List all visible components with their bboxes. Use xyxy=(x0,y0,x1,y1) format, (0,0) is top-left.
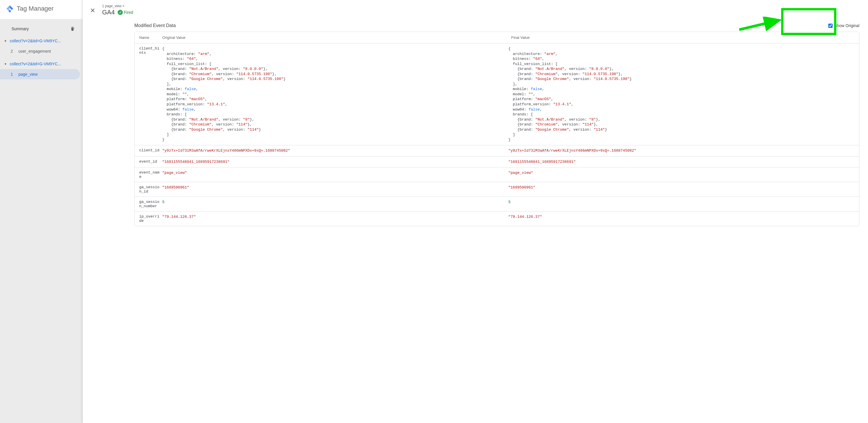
row-original-value: { architecture: "arm", bitness: "64", fu… xyxy=(162,46,508,142)
row-original-value: "79.144.126.37" xyxy=(162,214,508,223)
row-final-value: "y9zTx+Id73lM3aAfA/rweKrXLEjnsY486mNPXDx… xyxy=(508,148,855,153)
row-original-value: "1681155546041_16895917238691" xyxy=(162,159,508,164)
section-title: Modified Event Data xyxy=(134,23,176,28)
row-name: ip_override xyxy=(139,214,162,223)
tree-item[interactable]: 2user_engagement xyxy=(0,46,80,56)
col-header-original: Original Value xyxy=(162,35,512,40)
row-original-value: "y9zTx+Id73lM3aAfA/rweKrXLEjnsY486mNPXDx… xyxy=(162,148,508,153)
group-label: collect?v=2&tid=G-VM9YC... xyxy=(10,38,61,43)
row-final-value: "1681155546041_16895917238691" xyxy=(508,159,855,164)
item-label: page_view xyxy=(19,72,38,77)
gtm-logo-icon xyxy=(6,5,14,13)
summary-label: Summary xyxy=(11,27,29,31)
status-badge: ✓ Fired xyxy=(118,10,133,15)
tree-group-header[interactable]: ▼collect?v=2&tid=G-VM9YC... xyxy=(0,36,82,46)
row-name: event_id xyxy=(139,159,162,164)
table-row: ga_session_number55 xyxy=(134,197,859,212)
row-original-value: 5 xyxy=(162,200,508,208)
row-name: ga_session_id xyxy=(139,185,162,194)
row-final-value: 5 xyxy=(508,200,855,208)
tree-group-header[interactable]: ▼collect?v=2&tid=G-VM9YC... xyxy=(0,59,82,69)
event-data-table: Name Original Value Final Value client_h… xyxy=(134,32,859,226)
table-row: client_id"y9zTx+Id73lM3aAfA/rweKrXLEjnsY… xyxy=(134,145,859,156)
table-header: Name Original Value Final Value xyxy=(134,32,859,43)
app-header: Tag Manager xyxy=(0,0,82,17)
table-row: client_hints{ architecture: "arm", bitne… xyxy=(134,43,859,145)
summary-item[interactable]: Summary xyxy=(0,23,82,34)
caret-down-icon: ▼ xyxy=(4,62,7,66)
row-name: ga_session_number xyxy=(139,200,162,208)
clear-icon[interactable] xyxy=(70,26,75,32)
item-label: user_engagement xyxy=(19,49,51,54)
row-original-value: "1689590961" xyxy=(162,185,508,194)
col-header-final: Final Value xyxy=(512,35,855,40)
sidebar: Tag Manager Summary ▼collect?v=2&tid=G-V… xyxy=(0,0,83,423)
col-header-name: Name xyxy=(139,35,162,40)
show-original-label: Show Original xyxy=(834,23,859,28)
status-text: Fired xyxy=(124,10,133,15)
show-original-toggle[interactable]: Show Original xyxy=(828,23,859,28)
app-title: Tag Manager xyxy=(17,5,54,12)
check-icon: ✓ xyxy=(118,10,123,15)
row-final-value: "page_view" xyxy=(508,170,855,179)
tree-item[interactable]: 1page_view xyxy=(0,69,80,80)
row-name: client_id xyxy=(139,148,162,153)
table-row: ga_session_id"1689590961""1689590961" xyxy=(134,182,859,197)
show-original-checkbox[interactable] xyxy=(828,24,833,28)
table-row: event_name"page_view""page_view" xyxy=(134,168,859,182)
close-icon[interactable]: ✕ xyxy=(88,5,97,16)
svg-marker-0 xyxy=(10,5,13,10)
group-label: collect?v=2&tid=G-VM9YC... xyxy=(10,62,61,66)
row-original-value: "page_view" xyxy=(162,170,508,179)
item-index: 1 xyxy=(10,72,14,77)
tag-name: GA4 xyxy=(102,9,115,16)
table-row: event_id"1681155546041_16895917238691""1… xyxy=(134,156,859,168)
breadcrumb: 1 page_view > xyxy=(102,4,133,8)
row-final-value: { architecture: "arm", bitness: "64", fu… xyxy=(508,46,855,142)
detail-overlay: ✕ 1 page_view > GA4 ✓ Fired Modified Eve… xyxy=(83,0,868,423)
row-final-value: "79.144.126.37" xyxy=(508,214,855,223)
item-index: 2 xyxy=(10,49,14,54)
row-final-value: "1689590961" xyxy=(508,185,855,194)
table-row: ip_override"79.144.126.37""79.144.126.37… xyxy=(134,212,859,226)
row-name: event_name xyxy=(139,170,162,179)
row-name: client_hints xyxy=(139,46,162,142)
caret-down-icon: ▼ xyxy=(4,39,7,42)
svg-point-3 xyxy=(9,10,11,12)
